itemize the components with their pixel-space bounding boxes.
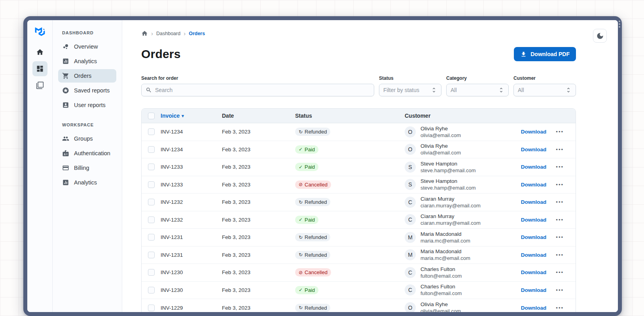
page-content: Orders Download PDF Search for order Sta…: [122, 46, 576, 312]
sidebar-item-authentication[interactable]: Authentication: [58, 147, 116, 160]
status-icon: ↻: [299, 235, 303, 240]
row-checkbox[interactable]: [148, 287, 155, 293]
row-download-link[interactable]: Download: [521, 129, 547, 135]
status-badge: ✓Paid: [295, 216, 318, 224]
row-download-link[interactable]: Download: [521, 252, 547, 258]
customer-email: steve.hamp@email.com: [420, 167, 476, 174]
dashboard-icon: [36, 65, 44, 73]
download-pdf-button[interactable]: Download PDF: [514, 47, 576, 61]
account-box-icon: [62, 102, 69, 109]
row-checkbox[interactable]: [148, 269, 155, 276]
chevron-right-icon: ›: [151, 30, 153, 36]
sidebar-item-overview[interactable]: Overview: [58, 40, 116, 53]
row-download-link[interactable]: Download: [521, 305, 547, 311]
sidebar-section-dashboard: DASHBOARD: [58, 30, 116, 35]
avatar: O: [405, 302, 416, 312]
row-download-link[interactable]: Download: [521, 234, 547, 240]
rail-home-button[interactable]: [32, 45, 47, 60]
column-header-date: Date: [222, 113, 295, 119]
row-checkbox[interactable]: [148, 252, 155, 258]
row-checkbox[interactable]: [148, 305, 155, 311]
table-row: INV-1233 Feb 3, 2023 ✓Paid S Steve Hampt…: [142, 158, 576, 176]
sidebar-item-saved-reports[interactable]: Saved reports: [58, 84, 116, 97]
avatar: C: [405, 267, 416, 278]
status-icon: ↻: [299, 200, 303, 205]
table-body: INV-1234 Feb 3, 2023 ↻Refunded O Olivia …: [142, 123, 576, 312]
header-bar: › Dashboard › Orders: [122, 20, 618, 37]
sidebar-item-orders[interactable]: Orders: [58, 69, 116, 83]
row-menu-button[interactable]: •••: [556, 147, 564, 152]
status-label: Paid: [305, 287, 315, 293]
date-cell: Feb 3, 2023: [222, 234, 295, 240]
category-filter-select[interactable]: All: [446, 84, 509, 96]
sidebar-section-workspace: WORKSPACE: [58, 122, 116, 127]
row-checkbox[interactable]: [148, 146, 155, 153]
status-filter-select[interactable]: Filter by status: [379, 84, 441, 96]
row-download-link[interactable]: Download: [521, 182, 547, 188]
row-checkbox[interactable]: [148, 128, 155, 135]
select-all-checkbox[interactable]: [148, 113, 155, 119]
row-download-link[interactable]: Download: [521, 217, 547, 223]
row-download-link[interactable]: Download: [521, 287, 547, 293]
customer-cell: S Steve Hamptonsteve.hamp@email.com: [388, 160, 519, 174]
customer-cell: S Steve Hamptonsteve.hamp@email.com: [388, 178, 519, 191]
row-checkbox[interactable]: [148, 234, 155, 241]
row-menu-button[interactable]: •••: [556, 270, 564, 275]
search-input[interactable]: [155, 87, 370, 93]
customer-filter-label: Customer: [513, 75, 576, 81]
row-download-link[interactable]: Download: [521, 269, 547, 275]
invoice-cell: INV-1233: [161, 182, 222, 188]
customer-email: olivia@email.com: [420, 308, 461, 312]
row-menu-button[interactable]: •••: [556, 252, 564, 258]
row-menu-button[interactable]: •••: [556, 217, 564, 222]
color-scheme-toggle[interactable]: [593, 29, 607, 43]
row-menu-button[interactable]: •••: [556, 288, 564, 293]
row-menu-button[interactable]: •••: [556, 182, 564, 187]
customer-name: Charles Fulton: [420, 283, 462, 290]
column-header-customer: Customer: [388, 113, 519, 119]
breadcrumb-dashboard[interactable]: Dashboard: [156, 31, 180, 36]
customer-cell: M Maria Macdonaldmaria.mc@email.com: [388, 248, 519, 261]
row-checkbox[interactable]: [148, 181, 155, 188]
avatar: M: [405, 232, 416, 243]
status-icon: ⊘: [299, 270, 303, 275]
app-window: DASHBOARD Overview Analytics Orders Save…: [23, 16, 622, 316]
chevron-right-icon: ›: [184, 30, 186, 36]
bar-chart-icon: [62, 179, 69, 186]
row-menu-button[interactable]: •••: [556, 235, 564, 240]
table-row: INV-1232 Feb 3, 2023 ✓Paid C Ciaran Murr…: [142, 211, 576, 229]
invoice-cell: INV-1234: [161, 147, 222, 152]
moon-icon: [596, 32, 604, 40]
column-header-invoice[interactable]: Invoice ▾: [161, 113, 222, 119]
customer-filter-select[interactable]: All: [513, 84, 576, 96]
row-menu-button[interactable]: •••: [556, 164, 564, 169]
invoice-cell: INV-1232: [161, 217, 222, 223]
sidebar-item-label: Orders: [74, 73, 91, 79]
row-menu-button[interactable]: •••: [556, 129, 564, 134]
status-label: Cancelled: [305, 182, 328, 188]
sidebar-item-label: Billing: [74, 165, 89, 171]
sidebar-item-analytics-workspace[interactable]: Analytics: [58, 176, 116, 189]
sidebar-item-billing[interactable]: Billing: [58, 161, 116, 175]
row-download-link[interactable]: Download: [521, 164, 547, 170]
row-checkbox[interactable]: [148, 164, 155, 170]
row-checkbox[interactable]: [148, 216, 155, 223]
status-label: Refunded: [305, 252, 327, 258]
breadcrumb-home-icon[interactable]: [141, 30, 148, 37]
rail-windows-button[interactable]: [32, 78, 47, 93]
row-menu-button[interactable]: •••: [556, 305, 564, 310]
customer-name: Steve Hampton: [420, 178, 476, 184]
status-badge: ↻Refunded: [295, 304, 330, 312]
rail-dashboard-button[interactable]: [32, 61, 47, 76]
row-download-link[interactable]: Download: [521, 147, 547, 152]
row-checkbox[interactable]: [148, 199, 155, 205]
customer-name: Ciaran Murray: [420, 213, 481, 220]
customer-email: olivia@email.com: [420, 132, 461, 139]
sidebar-item-user-reports[interactable]: User reports: [58, 98, 116, 112]
row-download-link[interactable]: Download: [521, 199, 547, 205]
sidebar-item-groups[interactable]: Groups: [58, 132, 116, 145]
scrollbar-thumb[interactable]: [618, 21, 620, 28]
row-menu-button[interactable]: •••: [556, 199, 564, 205]
sidebar-item-analytics[interactable]: Analytics: [58, 55, 116, 68]
table-row: INV-1231 Feb 3, 2023 ↻Refunded M Maria M…: [142, 229, 576, 246]
